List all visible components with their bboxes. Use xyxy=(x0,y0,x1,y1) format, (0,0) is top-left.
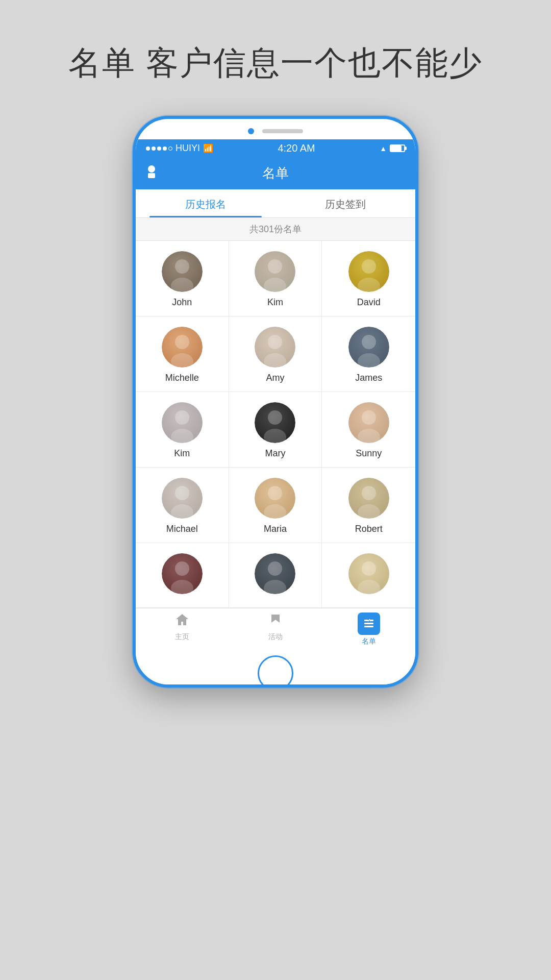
dot-1 xyxy=(146,146,150,151)
nav-home-label: 主页 xyxy=(175,632,189,642)
battery-fill xyxy=(391,145,402,151)
avatar xyxy=(255,553,295,594)
avatar xyxy=(162,478,203,519)
status-right: ▲ xyxy=(380,144,405,153)
contact-cell[interactable]: Michelle xyxy=(136,316,229,392)
speaker-bar xyxy=(262,129,303,133)
list-icon-box xyxy=(358,612,380,635)
avatar xyxy=(255,478,295,519)
tab-bar: 历史报名 历史签到 xyxy=(136,189,415,218)
contact-cell[interactable] xyxy=(136,543,229,608)
contact-name: Michelle xyxy=(165,373,199,383)
svg-point-33 xyxy=(268,486,282,500)
avatar xyxy=(348,402,389,443)
carrier-label: HUIYI xyxy=(176,143,200,154)
svg-point-45 xyxy=(362,561,376,576)
activity-icon xyxy=(268,612,283,630)
nav-activity-label: 活动 xyxy=(268,632,283,642)
avatar xyxy=(255,402,295,443)
dot-4 xyxy=(163,146,167,151)
svg-point-12 xyxy=(175,335,189,349)
contact-name: John xyxy=(172,297,192,308)
nav-list-label: 名单 xyxy=(362,637,376,646)
svg-point-21 xyxy=(175,410,189,425)
avatar xyxy=(255,327,295,368)
svg-point-36 xyxy=(362,486,376,500)
contact-cell[interactable]: Kim xyxy=(229,241,322,316)
svg-point-6 xyxy=(268,259,282,274)
contact-cell[interactable]: David xyxy=(322,241,415,316)
dot-2 xyxy=(152,146,156,151)
svg-point-18 xyxy=(362,335,376,349)
svg-point-24 xyxy=(268,410,282,425)
nav-list[interactable]: 名单 xyxy=(322,612,415,646)
contact-cell[interactable]: Robert xyxy=(322,468,415,543)
svg-rect-48 xyxy=(364,623,373,624)
battery-icon xyxy=(390,144,405,152)
svg-point-30 xyxy=(175,486,189,500)
contact-name: Mary xyxy=(265,448,285,459)
page-headline: 名单 客户信息一个也不能少 xyxy=(68,41,483,85)
avatar xyxy=(348,478,389,519)
home-icon xyxy=(175,612,189,630)
count-bar: 共301份名单 xyxy=(136,218,415,241)
svg-point-0 xyxy=(148,165,155,173)
avatar xyxy=(348,553,389,594)
phone-frame: HUIYI 📶 4:20 AM ▲ 名单 历史报名 历史签到 共3 xyxy=(133,116,418,688)
tab-history-checkin[interactable]: 历史签到 xyxy=(276,189,415,217)
contact-cell[interactable]: Kim xyxy=(136,392,229,468)
contact-cell[interactable]: Michael xyxy=(136,468,229,543)
dot-5 xyxy=(168,146,172,151)
contacts-grid: John Kim David xyxy=(136,241,415,608)
svg-point-27 xyxy=(362,410,376,425)
home-button[interactable] xyxy=(258,655,293,688)
avatar xyxy=(162,553,203,594)
avatar xyxy=(255,251,295,292)
avatar xyxy=(348,251,389,292)
status-bar: HUIYI 📶 4:20 AM ▲ xyxy=(136,139,415,157)
svg-point-39 xyxy=(175,561,189,576)
location-icon: ▲ xyxy=(380,144,387,153)
svg-point-9 xyxy=(362,259,376,274)
camera-dot xyxy=(248,128,254,134)
phone-top-area xyxy=(136,119,415,139)
back-button[interactable] xyxy=(146,165,157,182)
svg-point-15 xyxy=(268,335,282,349)
contact-name: David xyxy=(357,297,381,308)
contact-cell[interactable]: James xyxy=(322,316,415,392)
contact-name: Sunny xyxy=(356,448,382,459)
contact-cell[interactable]: Amy xyxy=(229,316,322,392)
svg-point-42 xyxy=(268,561,282,576)
contact-cell[interactable]: John xyxy=(136,241,229,316)
contact-cell[interactable] xyxy=(322,543,415,608)
avatar xyxy=(162,327,203,368)
home-button-area xyxy=(136,649,415,688)
contact-name: Robert xyxy=(355,524,383,534)
contact-name: James xyxy=(355,373,382,383)
tab-history-register[interactable]: 历史报名 xyxy=(136,189,276,217)
nav-home[interactable]: 主页 xyxy=(136,612,229,646)
status-time: 4:20 AM xyxy=(278,142,315,154)
bottom-nav: 主页 活动 名单 xyxy=(136,608,415,649)
status-left: HUIYI 📶 xyxy=(146,143,213,154)
contact-cell[interactable] xyxy=(229,543,322,608)
contact-cell[interactable]: Sunny xyxy=(322,392,415,468)
wifi-icon: 📶 xyxy=(203,143,213,153)
avatar xyxy=(348,327,389,368)
contact-name: Michael xyxy=(166,524,198,534)
contact-name: Kim xyxy=(174,448,190,459)
svg-rect-49 xyxy=(364,626,373,627)
contact-cell[interactable]: Mary xyxy=(229,392,322,468)
app-header: 名单 xyxy=(136,157,415,189)
svg-rect-1 xyxy=(148,173,155,178)
avatar xyxy=(162,402,203,443)
contact-name: Maria xyxy=(264,524,287,534)
dot-3 xyxy=(157,146,161,151)
header-title: 名单 xyxy=(262,164,289,182)
svg-point-3 xyxy=(175,259,189,274)
contact-cell[interactable]: Maria xyxy=(229,468,322,543)
avatar xyxy=(162,251,203,292)
signal-dots xyxy=(146,146,172,151)
nav-activity[interactable]: 活动 xyxy=(229,612,322,646)
contact-name: Amy xyxy=(266,373,284,383)
